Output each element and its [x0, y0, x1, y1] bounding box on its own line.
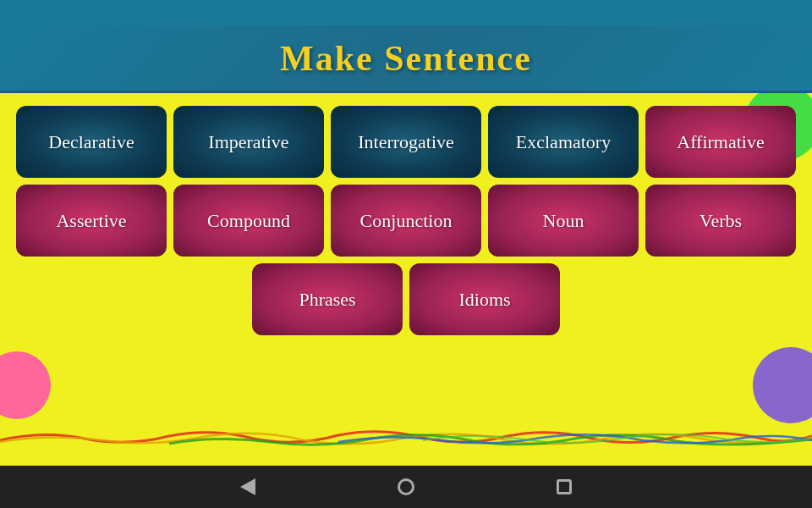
affirmative-button[interactable]: Affirmative [645, 106, 796, 178]
idioms-button[interactable]: Idioms [409, 263, 560, 335]
phrases-button[interactable]: Phrases [252, 263, 403, 335]
home-icon [398, 478, 414, 495]
home-button[interactable] [394, 475, 418, 499]
verbs-button[interactable]: Verbs [645, 185, 796, 257]
recents-button[interactable] [552, 475, 576, 499]
declarative-button[interactable]: Declarative [16, 106, 167, 178]
page-title: Make Sentence [280, 38, 532, 79]
card-row-2: Assertive Compound Conjunction Noun Verb… [13, 185, 799, 257]
compound-button[interactable]: Compound [173, 185, 324, 257]
back-icon [240, 478, 255, 495]
recents-icon [557, 479, 572, 494]
app: Make Sentence Declarative Imperative Int… [0, 0, 812, 508]
card-row-1: Declarative Imperative Interrogative Exc… [13, 106, 799, 178]
crayon-decoration [0, 423, 812, 449]
android-nav-bar [0, 466, 812, 508]
back-button[interactable] [236, 475, 260, 499]
main-content: Declarative Imperative Interrogative Exc… [0, 93, 812, 466]
deco-purple-circle [753, 347, 812, 423]
card-grid: Declarative Imperative Interrogative Exc… [13, 106, 799, 335]
top-bar [0, 0, 812, 25]
assertive-button[interactable]: Assertive [16, 185, 167, 257]
deco-pink-circle [0, 351, 51, 419]
header: Make Sentence [0, 25, 812, 93]
noun-button[interactable]: Noun [488, 185, 639, 257]
exclamatory-button[interactable]: Exclamatory [488, 106, 639, 178]
conjunction-button[interactable]: Conjunction [331, 185, 481, 257]
imperative-button[interactable]: Imperative [173, 106, 324, 178]
card-row-3: Phrases Idioms [13, 263, 799, 335]
interrogative-button[interactable]: Interrogative [331, 106, 481, 178]
